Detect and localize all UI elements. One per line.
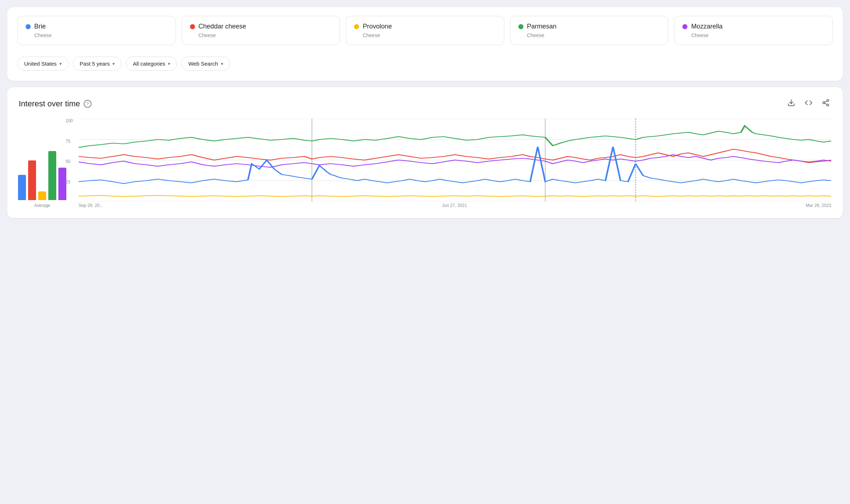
- term-category-mozzarella: Cheese: [691, 32, 824, 38]
- average-label: Average: [34, 203, 50, 208]
- y-label-100: 100: [66, 119, 76, 123]
- search-type-label: Web Search: [188, 61, 218, 67]
- term-category-provolone: Cheese: [363, 32, 496, 38]
- term-category-brie: Cheese: [34, 32, 168, 38]
- x-label-end: Mar 26, 2023: [806, 203, 831, 208]
- bar-parmesan: [48, 151, 56, 200]
- term-category-parmesan: Cheese: [527, 32, 660, 38]
- term-dot-parmesan: [518, 24, 523, 29]
- term-card-provolone[interactable]: Provolone Cheese: [346, 16, 504, 45]
- chart-title: Interest over time: [19, 99, 80, 109]
- bar-chart-section: Average: [19, 129, 66, 208]
- svg-line-4: [825, 103, 827, 105]
- chart-title-row: Interest over time ?: [19, 99, 92, 109]
- bar-provolone: [38, 191, 46, 200]
- term-dot-provolone: [354, 24, 359, 29]
- bar-cheddar: [28, 160, 36, 200]
- x-label-mid: Jun 27, 2021: [442, 203, 467, 208]
- term-card-cheddar[interactable]: Cheddar cheese Cheese: [182, 16, 340, 45]
- embed-button[interactable]: [803, 97, 814, 110]
- line-chart-svg: [79, 119, 831, 202]
- term-name-mozzarella: Mozzarella: [691, 23, 722, 30]
- search-terms-row: Brie Cheese Cheddar cheese Cheese Provol…: [17, 16, 833, 45]
- term-card-brie[interactable]: Brie Cheese: [17, 16, 176, 45]
- time-chevron-icon: ▾: [112, 61, 115, 66]
- term-dot-mozzarella: [682, 24, 687, 29]
- y-label-75: 75: [66, 139, 76, 143]
- bar-brie: [18, 175, 26, 200]
- term-name-cheddar: Cheddar cheese: [199, 23, 246, 30]
- bar-chart-inner: [18, 129, 66, 201]
- search-type-filter[interactable]: Web Search ▾: [181, 57, 230, 71]
- category-label: All categories: [133, 61, 165, 67]
- search-type-chevron-icon: ▾: [221, 61, 223, 66]
- term-card-parmesan[interactable]: Parmesan Cheese: [510, 16, 669, 45]
- region-label: United States: [24, 61, 57, 67]
- term-card-mozzarella[interactable]: Mozzarella Cheese: [674, 16, 833, 45]
- x-label-start: Sep 29, 20...: [79, 203, 103, 208]
- term-dot-cheddar: [190, 24, 195, 29]
- chart-card: Interest over time ?: [7, 87, 843, 218]
- term-name-parmesan: Parmesan: [527, 23, 557, 30]
- help-icon[interactable]: ?: [84, 100, 92, 108]
- y-label-25: 25: [66, 180, 76, 184]
- svg-line-5: [825, 101, 827, 102]
- category-chevron-icon: ▾: [168, 61, 170, 66]
- term-name-brie: Brie: [34, 23, 46, 30]
- region-chevron-icon: ▾: [59, 61, 62, 66]
- region-filter[interactable]: United States ▾: [17, 57, 68, 71]
- chart-actions: [786, 97, 831, 110]
- category-filter[interactable]: All categories ▾: [126, 57, 177, 71]
- line-chart-section: 100 75 50 25: [66, 119, 831, 208]
- y-label-50: 50: [66, 159, 76, 164]
- download-button[interactable]: [786, 97, 797, 110]
- time-label: Past 5 years: [80, 61, 110, 67]
- bar-mozzarella: [58, 168, 66, 200]
- time-filter[interactable]: Past 5 years ▾: [73, 57, 121, 71]
- term-category-cheddar: Cheese: [199, 32, 332, 38]
- top-card: Brie Cheese Cheddar cheese Cheese Provol…: [7, 7, 843, 81]
- share-button[interactable]: [820, 97, 831, 110]
- filters-row: United States ▾ Past 5 years ▾ All categ…: [17, 54, 833, 72]
- term-name-provolone: Provolone: [363, 23, 392, 30]
- chart-area: Average 100 75 50 25: [19, 119, 831, 208]
- chart-header: Interest over time ?: [19, 97, 831, 110]
- term-dot-brie: [26, 24, 31, 29]
